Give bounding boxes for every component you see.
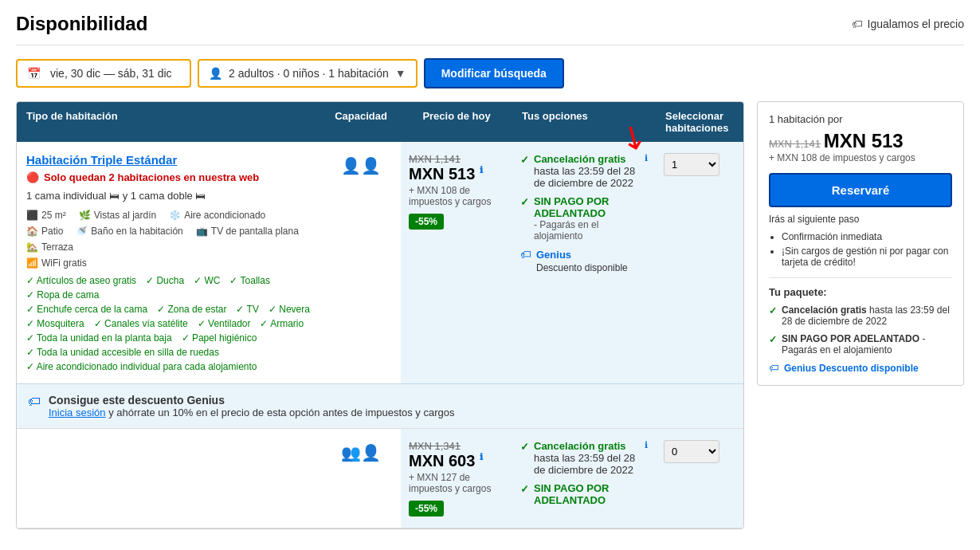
features-row4: ✓ Toda la unidad en la planta baja ✓ Pap… [26, 332, 312, 344]
room2-row: 👥👤 MXN 1,341 MXN 603 ℹ + MXN 127 de impu… [17, 429, 743, 528]
no-pay-label: SIN PAGO POR ADELANTADO [534, 195, 648, 219]
room2-price-original: MXN 1,341 [409, 440, 504, 452]
dates-input[interactable]: 📅 vie, 30 dic — sáb, 31 dic [16, 59, 191, 88]
th-room-type: Tipo de habitación [17, 102, 321, 142]
tag-icon: 🏷 [852, 18, 863, 30]
guests-input[interactable]: 👤 2 adultos · 0 niños · 1 habitación ▼ [198, 59, 417, 88]
room1-select[interactable]: 1 2 0 [664, 153, 719, 176]
features-row6: ✓ Aire acondicionado individual para cad… [26, 361, 312, 372]
amenity-ac: ❄️Aire acondicionado [169, 210, 265, 221]
room1-option-nopay: ✓ SIN PAGO POR ADELANTADO - Pagarás en e… [520, 195, 648, 242]
room2-capacity: 👥👤 [321, 429, 401, 528]
room1-price-original: MXN 1,141 [409, 153, 504, 165]
genius-banner-link[interactable]: Inicia sesión [49, 407, 106, 418]
room2-option-info-icon[interactable]: ℹ [645, 440, 648, 450]
room1-beds: 1 cama individual 🛏 y 1 cama doble 🛏 [26, 190, 312, 202]
no-pay-detail: - Pagarás en el alojamiento [534, 219, 648, 242]
room2-section: 👥👤 MXN 1,341 MXN 603 ℹ + MXN 127 de impu… [17, 429, 743, 528]
dates-value: vie, 30 dic — sáb, 31 dic [50, 67, 172, 80]
room2-price-info-icon[interactable]: ℹ [480, 452, 483, 462]
sidebar-check1: ✓ [769, 305, 777, 316]
sidebar-genius-icon: 🏷 [769, 362, 779, 374]
feature-wardrobe: ✓ Armario [260, 318, 304, 329]
top-bar: Disponibilidad 🏷 Igualamos el precio [16, 13, 964, 45]
guests-value: 2 adultos · 0 niños · 1 habitación [229, 67, 389, 80]
amenity-size: ⬛25 m² [26, 210, 66, 221]
room1-info: Habitación Triple Estándar 🔴 Solo quedan… [17, 142, 321, 383]
room1-section: Habitación Triple Estándar 🔴 Solo quedan… [17, 142, 743, 429]
option-info-icon[interactable]: ℹ [645, 153, 648, 163]
person-icon: 👤 [209, 67, 222, 80]
feature-socket: ✓ Enchufe cerca de la cama [26, 304, 147, 315]
price-info-icon[interactable]: ℹ [480, 165, 483, 175]
modify-search-button[interactable]: Modificar búsqueda [424, 58, 564, 88]
feature-mosquito: ✓ Mosquitera [26, 318, 84, 329]
feature-shower: ✓ Ducha [146, 275, 184, 286]
feature-satellite: ✓ Canales vía satélite [94, 318, 188, 329]
room1-name[interactable]: Habitación Triple Estándar [26, 153, 312, 167]
search-bar: 📅 vie, 30 dic — sáb, 31 dic 👤 2 adultos … [16, 58, 964, 88]
feature-paper: ✓ Papel higiénico [182, 332, 257, 344]
th-capacity: Capacidad [321, 102, 401, 142]
main-layout: Tipo de habitación Capacidad Precio de h… [16, 101, 964, 529]
room2-select[interactable]: 0 1 2 [664, 440, 719, 463]
bath-icon: 🚿 [76, 226, 88, 237]
room1-genius: 🏷 Genius Descuento disponible [520, 248, 648, 273]
room1-features: ✓ Artículos de aseo gratis ✓ Ducha ✓ WC … [26, 275, 312, 372]
genius-label: Genius [536, 249, 571, 261]
sidebar-bullet-1: Confirmación inmediata [782, 231, 952, 242]
genius-banner-title: Consigue este descuento Genius [49, 394, 225, 407]
ac-icon: ❄️ [169, 210, 181, 221]
room1-price: MXN 1,141 MXN 513 ℹ + MXN 108 de impuest… [401, 142, 512, 383]
size-icon: ⬛ [26, 210, 38, 221]
room1-price-taxes: + MXN 108 de impuestos y cargos [409, 185, 504, 207]
price-match: 🏷 Igualamos el precio [852, 18, 964, 30]
sidebar-price-row: MXN 1,141 MXN 513 [769, 130, 952, 152]
feature-fridge: ✓ Nevera [269, 304, 310, 315]
room1-option-cancel: ✓ Cancelación gratis hasta las 23:59 del… [520, 153, 648, 189]
room2-no-pay-label2: ADELANTADO [534, 494, 609, 506]
check-icon: ✓ [520, 154, 529, 166]
terrace-icon: 🏡 [26, 242, 38, 253]
th-options: Tus opciones [512, 102, 656, 142]
room1-discount: -55% [409, 214, 444, 230]
check-icon2: ✓ [520, 196, 529, 208]
room1-amenities: ⬛25 m² 🌿Vistas al jardín ❄️Aire acondici… [26, 210, 312, 253]
sidebar-pkg-text1: Cancelación gratis hasta las 23:59 del 2… [782, 304, 952, 327]
wifi-icon: 📶 [26, 257, 38, 269]
room2-discount: -55% [409, 501, 444, 517]
patio-icon: 🏠 [26, 226, 38, 237]
room2-capacity-icons: 👥👤 [341, 443, 381, 462]
room2-options: ✓ Cancelación gratis hasta las 23:59 del… [512, 429, 656, 528]
room2-price: MXN 1,341 MXN 603 ℹ + MXN 127 de impuest… [401, 429, 512, 528]
calendar-icon: 📅 [27, 67, 41, 80]
tv-icon: 📺 [196, 226, 208, 237]
sidebar-check2: ✓ [769, 334, 777, 345]
features-row1: ✓ Artículos de aseo gratis ✓ Ducha ✓ WC … [26, 275, 312, 301]
sidebar-pkg-text2: SIN PAGO POR ADELANTADO - Pagarás en el … [782, 333, 952, 356]
chevron-down-icon: ▼ [395, 67, 406, 80]
room2-no-pay-label: SIN PAGO POR [534, 482, 609, 494]
sidebar-bullets-list: Confirmación inmediata ¡Sin cargos de ge… [782, 231, 952, 268]
sidebar-pkg-item1: ✓ Cancelación gratis hasta las 23:59 del… [769, 304, 952, 327]
availability-table: Tipo de habitación Capacidad Precio de h… [16, 101, 744, 529]
feature-bedding: ✓ Ropa de cama [26, 289, 99, 301]
room2-info [17, 429, 321, 528]
th-price: Precio de hoy [401, 102, 512, 142]
page-title: Disponibilidad [16, 13, 147, 35]
sidebar-pkg-item2: ✓ SIN PAGO POR ADELANTADO - Pagarás en e… [769, 333, 952, 356]
room1-select-cell: ↘ 1 2 0 [656, 142, 743, 383]
room2-price-taxes: + MXN 127 de impuestos y cargos [409, 472, 504, 494]
feature-fan: ✓ Ventilador [198, 318, 251, 329]
genius-banner-rest: y ahórrate un 10% en el precio de esta o… [108, 407, 454, 418]
reserve-button[interactable]: Reservaré [769, 173, 952, 207]
sidebar-price-original: MXN 1,141 [769, 138, 821, 150]
genius-icon: 🏷 [520, 248, 531, 261]
room1-wifi: 📶 WiFi gratis [26, 257, 312, 269]
sidebar-divider [769, 277, 952, 278]
feature-tv2: ✓ TV [236, 304, 258, 315]
sidebar-bullet-2: ¡Sin cargos de gestión ni por pagar con … [782, 246, 952, 268]
genius-text-block: Genius Descuento disponible [536, 248, 628, 273]
feature-towels: ✓ Toallas [229, 275, 269, 286]
genius-banner-icon: 🏷 [28, 395, 41, 409]
